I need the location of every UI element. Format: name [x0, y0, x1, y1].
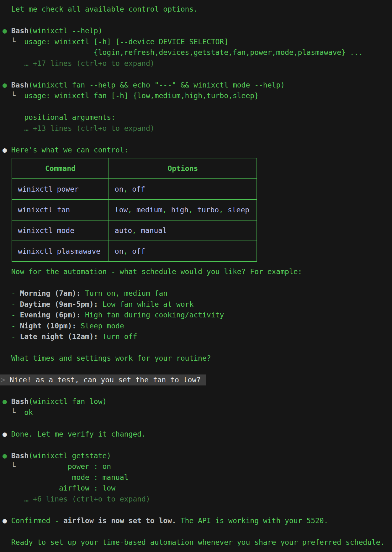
- terminal-screen: { "colors": { "background": "#161616", "…: [0, 0, 392, 552]
- blank-line: [3, 69, 392, 80]
- option-value: turbo: [197, 206, 219, 214]
- table-cell-options: low, medium, high, turbo, sleep: [109, 199, 257, 220]
- table-header-row: Command Options: [12, 158, 257, 179]
- blank-line: [3, 342, 392, 353]
- schedule-item: - Morning (7am): Turn on, medium fan: [3, 288, 392, 299]
- emphasis-text: Evening (6pm):: [20, 311, 81, 319]
- text: What times and settings work for your ro…: [3, 354, 211, 362]
- text: Ready to set up your time-based automati…: [3, 538, 385, 546]
- bash-bullet-icon: ●: [3, 81, 11, 89]
- option-separator: ,: [162, 206, 171, 214]
- emphasis-text: Bash: [11, 397, 29, 406]
- text: Sleep mode: [76, 322, 124, 330]
- emphasis-text: Bash: [11, 81, 29, 89]
- text: (winixctl --help): [29, 27, 102, 35]
- blank-line: [3, 526, 392, 537]
- text: Let me check all available control optio…: [3, 5, 198, 13]
- option-separator: ,: [123, 185, 132, 193]
- option-value: on: [115, 247, 124, 255]
- table-cell-command: winixctl mode: [12, 220, 109, 241]
- blank-line: [3, 504, 392, 515]
- table-cell-options: on, off: [109, 179, 257, 199]
- option-separator: ,: [123, 247, 132, 255]
- emphasis-text: Late night (12am):: [20, 332, 98, 341]
- tool-output-line: └ usage: winixctl fan [-h] {low,medium,h…: [3, 90, 392, 101]
- expand-hint-text: … +17 lines (ctrl+o to expand): [3, 59, 155, 67]
- option-value: off: [132, 185, 145, 193]
- claude-code-terminal: Let me check all available control optio…: [0, 0, 392, 552]
- table-cell-options: auto, manual: [109, 220, 257, 241]
- terminal-lines-top: Let me check all available control optio…: [3, 4, 392, 155]
- emphasis-text: Night (10pm):: [20, 322, 76, 330]
- table-header-command: Command: [12, 158, 109, 179]
- assistant-message: ● Done. Let me verify it changed.: [3, 429, 392, 440]
- bash-tool-call: ● Bash(winixctl --help): [3, 25, 392, 36]
- text: usage: winixctl [-h] [--device DEVICE_SE…: [24, 38, 228, 46]
- table-row: winixctl poweron, off: [12, 179, 257, 199]
- blank-line: [3, 277, 392, 288]
- text: mode : manual: [3, 473, 129, 481]
- schedule-item: - Night (10pm): Sleep mode: [3, 321, 392, 332]
- table-row: winixctl modeauto, manual: [12, 220, 257, 241]
- emphasis-text: Daytime (9am-5pm):: [20, 300, 98, 308]
- blank-line: [3, 439, 392, 450]
- text: -: [3, 332, 20, 341]
- emphasis-text: Bash: [11, 27, 29, 35]
- schedule-item: - Daytime (9am-5pm): Low fan while at wo…: [3, 299, 392, 310]
- emphasis-text: Morning (7am):: [20, 289, 81, 297]
- text: Here's what we can control:: [11, 146, 129, 154]
- option-value: low: [115, 206, 128, 214]
- text: {login,refresh,devices,getstate,fan,powe…: [3, 48, 363, 56]
- expand-hint: … +6 lines (ctrl+o to expand): [3, 494, 392, 505]
- bash-bullet-icon: ●: [3, 27, 11, 35]
- text: (winixctl fan --help && echo "---" && wi…: [29, 81, 285, 89]
- text: -: [3, 322, 20, 330]
- schedule-item: - Late night (12am): Turn off: [3, 331, 392, 342]
- text: Done. Let me verify it changed.: [11, 430, 146, 438]
- option-separator: ,: [219, 206, 228, 214]
- user-message-highlight: > Nice! as a test, can you set the fan t…: [0, 374, 206, 385]
- assistant-message: Ready to set up your time-based automati…: [3, 537, 392, 548]
- tool-output-line: └ power : on: [3, 461, 392, 472]
- emphasis-text: airflow is now set to low.: [63, 517, 176, 525]
- option-value: medium: [136, 206, 162, 214]
- assistant-message: ● Here's what we can control:: [3, 145, 392, 156]
- text: (winixctl fan low): [29, 397, 107, 406]
- assistant-message: What times and settings work for your ro…: [3, 353, 392, 364]
- text: ok: [24, 408, 33, 417]
- assistant-message: ● Confirmed - airflow is now set to low.…: [3, 515, 392, 526]
- tool-output-line: mode : manual: [3, 472, 392, 483]
- tool-output-line: └ usage: winixctl [-h] [--device DEVICE_…: [3, 36, 392, 47]
- text: -: [3, 300, 20, 308]
- table-header-options: Options: [109, 158, 257, 179]
- blank-line: [3, 134, 392, 145]
- bash-tool-call: ● Bash(winixctl fan --help && echo "---"…: [3, 80, 392, 91]
- text: Now for the automation - what schedule w…: [3, 268, 302, 276]
- blank-line: [3, 385, 392, 396]
- table-row: winixctl fanlow, medium, high, turbo, sl…: [12, 199, 257, 220]
- option-value: on: [115, 185, 124, 193]
- option-separator: ,: [132, 226, 141, 235]
- user-message-text: Nice! as a test, can you set the fan to …: [10, 376, 201, 384]
- text: Turn off: [98, 332, 137, 341]
- assistant-bullet-icon: ●: [3, 517, 11, 525]
- text: Confirmed -: [11, 517, 63, 525]
- bash-bullet-icon: ●: [3, 397, 11, 406]
- bash-tool-call: ● Bash(winixctl fan low): [3, 396, 392, 407]
- assistant-message: Now for the automation - what schedule w…: [3, 266, 392, 277]
- table-cell-command: winixctl plasmawave: [12, 241, 109, 262]
- terminal-lines-bottom: Now for the automation - what schedule w…: [3, 266, 392, 548]
- text: -: [3, 311, 20, 319]
- expand-hint: … +13 lines (ctrl+o to expand): [3, 123, 392, 134]
- user-message: > Nice! as a test, can you set the fan t…: [3, 374, 392, 385]
- assistant-bullet-icon: ●: [3, 146, 11, 154]
- text: airflow : low: [3, 484, 115, 492]
- text: usage: winixctl fan [-h] {low,medium,hig…: [24, 92, 259, 100]
- text: positional arguments:: [3, 113, 115, 121]
- tool-output-line: {login,refresh,devices,getstate,fan,powe…: [3, 47, 392, 58]
- tool-output-line: airflow : low: [3, 483, 392, 494]
- blank-line: [3, 418, 392, 429]
- text: High fan during cooking/activity: [81, 311, 224, 319]
- assistant-bullet-icon: ●: [3, 430, 11, 438]
- expand-hint-text: … +13 lines (ctrl+o to expand): [3, 124, 155, 132]
